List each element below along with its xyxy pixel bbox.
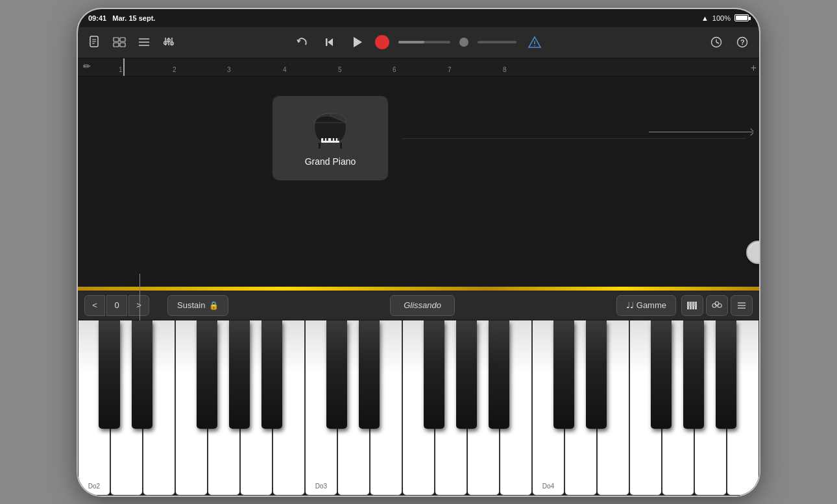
master-slider[interactable]	[478, 41, 516, 43]
record-button[interactable]	[375, 35, 389, 49]
annotation-line-bottom	[140, 274, 140, 326]
help-button[interactable]: ?	[733, 33, 751, 51]
status-time: 09:41	[88, 14, 106, 22]
notes-icon: ♩♩	[626, 300, 634, 310]
svg-rect-34	[337, 138, 339, 141]
key-label-0: Do2	[88, 483, 100, 490]
main-content: Grand Piano < 0 > Sus	[78, 77, 759, 496]
svg-marker-19	[354, 37, 362, 47]
track-area: Grand Piano	[78, 77, 759, 287]
svg-marker-17	[328, 38, 333, 46]
ruler-mark-3: 3	[227, 66, 231, 73]
svg-line-25	[716, 42, 719, 43]
black-key-oct0-5[interactable]	[261, 320, 283, 429]
svg-rect-4	[114, 38, 119, 42]
toolbar: ?	[78, 27, 759, 58]
svg-rect-32	[331, 138, 333, 141]
wifi-icon: ▲	[701, 14, 709, 22]
grand-piano-card[interactable]: Grand Piano	[273, 96, 388, 180]
playhead	[123, 58, 125, 76]
svg-rect-33	[334, 138, 336, 141]
clock-button[interactable]	[707, 33, 725, 51]
skip-back-button[interactable]	[321, 33, 339, 51]
glissando-label: Glissando	[404, 300, 441, 310]
key-label-14: Do4	[542, 483, 554, 490]
svg-rect-36	[340, 143, 342, 149]
gamme-button[interactable]: ♩♩ Gamme	[616, 295, 676, 316]
octave-prev-button[interactable]: <	[84, 295, 105, 316]
sustain-button[interactable]: Sustain 🔒	[167, 295, 228, 316]
black-key-oct2-4[interactable]	[683, 320, 705, 429]
ruler-mark-2: 2	[173, 66, 176, 73]
svg-rect-42	[692, 302, 693, 306]
battery-icon	[734, 14, 749, 21]
black-key-oct1-4[interactable]	[456, 320, 478, 429]
list-icon[interactable]	[135, 33, 153, 51]
octave-value: 0	[106, 295, 127, 316]
ruler-marks: 1 2 3 4 5 6 7 8	[83, 58, 754, 76]
svg-rect-6	[114, 43, 119, 47]
timeline-line	[402, 138, 746, 139]
status-time-date: 09:41 Mar. 15 sept.	[88, 14, 155, 22]
ruler-mark-8: 8	[503, 66, 507, 73]
svg-rect-30	[323, 138, 325, 141]
svg-point-22	[534, 45, 535, 47]
timeline-ruler: ✏ 1 2 3 4 5 6 7 8 +	[78, 58, 759, 77]
svg-rect-31	[326, 138, 328, 141]
black-key-oct1-1[interactable]	[359, 320, 380, 429]
grand-piano-label: Grand Piano	[305, 156, 356, 167]
black-key-oct1-0[interactable]	[326, 320, 348, 429]
ruler-mark-5: 5	[338, 66, 342, 73]
ruler-mark-1: 1	[119, 66, 123, 73]
battery-label: 100%	[712, 14, 731, 22]
gamme-label: Gamme	[637, 300, 666, 310]
controls-bar: < 0 > Sustain 🔒 Glissando ♩♩ Gamme	[78, 291, 759, 320]
mixer-icon[interactable]	[160, 33, 178, 51]
black-key-oct0-3[interactable]	[197, 320, 218, 429]
status-icons: ▲ 100%	[701, 14, 749, 22]
add-track-button[interactable]: +	[751, 62, 757, 74]
chord-view-button[interactable]	[706, 295, 728, 316]
grand-piano-icon	[308, 109, 353, 151]
ruler-mark-4: 4	[283, 66, 287, 73]
black-key-oct2-5[interactable]	[716, 320, 737, 429]
toolbar-center	[293, 33, 544, 51]
undo-button[interactable]	[293, 33, 311, 51]
svg-rect-43	[694, 302, 696, 306]
list-view-button[interactable]	[731, 295, 753, 316]
status-bar: 09:41 Mar. 15 sept. ▲ 100%	[78, 9, 759, 27]
black-key-oct2-3[interactable]	[651, 320, 672, 429]
svg-rect-5	[120, 38, 125, 42]
annotation-line-right	[649, 132, 753, 132]
document-icon[interactable]	[86, 33, 104, 51]
keyboard-area: Do2Do3Do4	[78, 320, 759, 496]
lock-icon: 🔒	[209, 301, 219, 310]
svg-rect-7	[120, 43, 125, 47]
alert-button[interactable]	[526, 33, 544, 51]
status-date: Mar. 15 sept.	[112, 14, 155, 22]
octave-next-button[interactable]: >	[128, 295, 149, 316]
ruler-mark-7: 7	[448, 66, 452, 73]
svg-rect-18	[326, 38, 328, 46]
volume-slider[interactable]	[398, 41, 450, 43]
sustain-label: Sustain	[177, 300, 205, 310]
master-volume-knob[interactable]	[459, 38, 468, 47]
toolbar-right: ?	[707, 33, 751, 51]
black-key-oct0-4[interactable]	[229, 320, 250, 429]
keyboard-view-button[interactable]	[681, 295, 703, 316]
glissando-button[interactable]: Glissando	[390, 295, 455, 316]
play-button[interactable]	[348, 33, 366, 51]
black-key-oct1-3[interactable]	[424, 320, 445, 429]
black-key-oct0-1[interactable]	[132, 320, 153, 429]
black-key-oct1-5[interactable]	[489, 320, 510, 429]
black-key-oct2-1[interactable]	[586, 320, 607, 429]
key-label-7: Do3	[315, 483, 327, 490]
svg-rect-41	[689, 302, 690, 306]
svg-text:?: ?	[740, 38, 745, 46]
svg-rect-35	[319, 143, 321, 149]
black-key-oct2-0[interactable]	[553, 320, 575, 429]
keyboard: Do2Do3Do4	[78, 320, 759, 496]
black-key-oct0-0[interactable]	[99, 320, 120, 429]
icon-button-group	[681, 295, 753, 316]
tracks-icon[interactable]	[110, 33, 128, 51]
